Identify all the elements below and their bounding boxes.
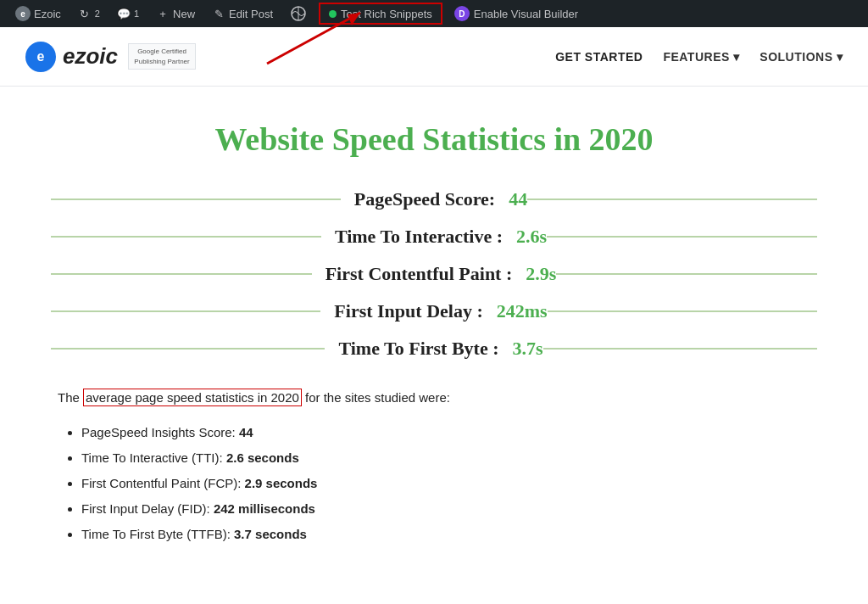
enable-visual-builder-button[interactable]: D Enable Visual Builder [446, 6, 587, 21]
list-item: Time To First Byte (TTFB): 3.7 seconds [81, 524, 810, 545]
stat-line-right-fcp [556, 273, 817, 275]
bullet-value-1: 2.6 seconds [226, 450, 299, 465]
google-badge-text: Google Certified Publishing Partner [134, 48, 189, 65]
stat-line-left-tti [51, 236, 321, 238]
plus-icon: + [156, 7, 170, 20]
stat-row-ttfb: Time To First Byte : 3.7s [51, 338, 817, 360]
nav-get-started[interactable]: GET STARTED [555, 50, 643, 64]
green-dot-icon [329, 10, 337, 18]
admin-bar-updates[interactable]: ↻ 2 [70, 0, 108, 27]
bullet-value-0: 44 [239, 425, 253, 439]
stat-row-fcp: First Contentful Paint : 2.9s [51, 263, 817, 285]
bullet-label-3: First Input Delay (FID): [81, 501, 210, 516]
highlighted-phrase: average page speed statistics in 2020 [83, 389, 302, 406]
tti-value: 2.6s [516, 226, 547, 248]
ttfb-value: 3.7s [512, 338, 542, 360]
fid-label: First Input Delay : [320, 300, 496, 322]
solutions-chevron-icon: ▾ [837, 50, 843, 64]
ezoic-label: Ezoic [34, 8, 61, 20]
pagespeed-label: PageSpeed Score: [341, 188, 509, 210]
para-before: The [58, 390, 83, 405]
pagespeed-value: 44 [509, 188, 527, 210]
stat-row-pagespeed: PageSpeed Score: 44 [51, 188, 817, 210]
divi-icon: D [454, 6, 470, 21]
test-rich-snippets-button[interactable]: Test Rich Snippets [319, 3, 442, 25]
edit-post-label: Edit Post [229, 8, 273, 20]
admin-bar-new[interactable]: + New [147, 0, 203, 27]
bullet-label-0: PageSpeed Insights Score: [81, 425, 236, 439]
tti-label: Time To Interactive : [321, 226, 516, 248]
admin-bar-edit-post[interactable]: ✎ Edit Post [203, 0, 281, 27]
list-item: First Input Delay (FID): 242 millisecond… [81, 499, 810, 519]
logo-area: e ezoic Google Certified Publishing Part… [25, 42, 196, 72]
google-certified-badge: Google Certified Publishing Partner [128, 43, 196, 70]
admin-bar-wordpress[interactable] [281, 0, 315, 27]
stat-line-left-fid [51, 310, 320, 312]
refresh-icon: ↻ [78, 7, 92, 20]
updates-count: 2 [95, 8, 100, 19]
list-item: PageSpeed Insights Score: 44 [81, 422, 810, 443]
nav-solutions[interactable]: SOLUTIONS ▾ [760, 50, 843, 64]
stat-line-right-ttfb [543, 348, 817, 350]
bullet-value-2: 2.9 seconds [245, 476, 318, 490]
bullet-label-2: First Contentful Paint (FCP): [81, 476, 241, 490]
page-title: Website Speed Statistics in 2020 [51, 120, 817, 158]
stat-line-right-fid [548, 310, 817, 312]
comment-icon: 💬 [117, 7, 131, 20]
comments-count: 1 [134, 8, 139, 19]
admin-bar-ezoic[interactable]: e Ezoic [7, 0, 70, 27]
stat-line-left-pagespeed [51, 199, 341, 200]
stat-line-left-fcp [51, 273, 312, 275]
stat-row-fid: First Input Delay : 242ms [51, 300, 817, 322]
bullet-label-4: Time To First Byte (TTFB): [81, 527, 231, 541]
enable-visual-builder-label: Enable Visual Builder [474, 8, 578, 20]
fcp-label: First Contentful Paint : [312, 263, 526, 285]
nav-header: e ezoic Google Certified Publishing Part… [0, 27, 868, 87]
nav-features[interactable]: FEATURES ▾ [663, 50, 739, 64]
admin-bar: e Ezoic ↻ 2 💬 1 + New ✎ Edit Post Test R… [0, 0, 868, 27]
ttfb-label: Time To First Byte : [325, 338, 512, 360]
stat-line-right-tti [547, 236, 817, 238]
stat-line-left-ttfb [51, 348, 325, 350]
features-chevron-icon: ▾ [733, 50, 740, 64]
bullet-value-3: 242 milliseconds [214, 501, 315, 516]
stat-line-right-pagespeed [527, 199, 817, 200]
fid-value: 242ms [497, 300, 548, 322]
nav-links: GET STARTED FEATURES ▾ SOLUTIONS ▾ [555, 50, 843, 64]
bullet-value-4: 3.7 seconds [234, 527, 307, 541]
paragraph-section: The average page speed statistics in 202… [51, 387, 817, 545]
ezoic-icon: e [15, 6, 31, 21]
ezoic-logo-icon: e [25, 42, 56, 72]
wordpress-icon [290, 5, 307, 22]
fcp-value: 2.9s [526, 263, 556, 285]
bullet-label-1: Time To Interactive (TTI): [81, 450, 223, 465]
pencil-icon: ✎ [212, 7, 225, 20]
admin-bar-comments[interactable]: 💬 1 [108, 0, 147, 27]
list-item: First Contentful Paint (FCP): 2.9 second… [81, 473, 810, 494]
para-after: for the sites studied were: [302, 390, 450, 405]
intro-paragraph: The average page speed statistics in 202… [58, 387, 810, 409]
test-rich-snippets-label: Test Rich Snippets [341, 8, 432, 20]
ezoic-brand-name: ezoic [63, 43, 118, 70]
main-content: Website Speed Statistics in 2020 PageSpe… [0, 87, 868, 584]
stat-row-tti: Time To Interactive : 2.6s [51, 226, 817, 248]
bullet-list: PageSpeed Insights Score: 44 Time To Int… [58, 422, 810, 545]
ezoic-logo: e ezoic [25, 42, 118, 72]
list-item: Time To Interactive (TTI): 2.6 seconds [81, 448, 810, 468]
new-label: New [173, 8, 195, 20]
